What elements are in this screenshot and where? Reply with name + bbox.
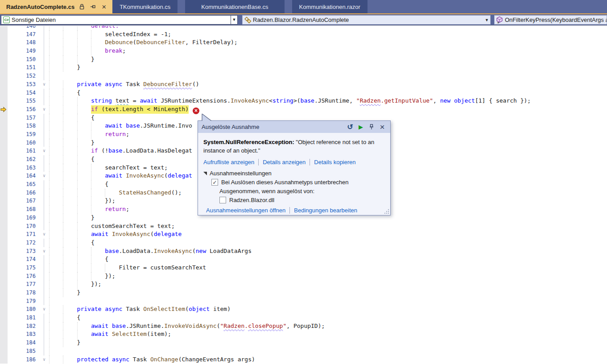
tab-tkommunikation[interactable]: TKommunikation.cs <box>112 0 178 13</box>
outline-collapse-chevron[interactable]: ∨ <box>39 356 49 364</box>
breakpoint-gutter[interactable] <box>0 297 8 306</box>
breakpoint-gutter[interactable] <box>0 230 8 239</box>
open-exception-settings-link[interactable]: Ausnahmeeinstellungen öffnen <box>206 207 285 214</box>
breakpoint-gutter[interactable] <box>0 330 8 339</box>
exception-settings-expander[interactable]: Ausnahmeeinstellungen <box>203 170 385 177</box>
chevron-down-icon[interactable]: ▼ <box>231 16 237 24</box>
pin-icon[interactable] <box>89 3 97 11</box>
breakpoint-gutter[interactable] <box>0 147 8 155</box>
breakpoint-gutter[interactable] <box>0 280 8 289</box>
breakpoint-gutter[interactable] <box>0 130 8 139</box>
breakpoint-gutter[interactable] <box>0 189 8 197</box>
breakpoint-gutter[interactable] <box>0 347 8 356</box>
close-icon[interactable]: × <box>378 123 387 132</box>
code-text[interactable]: selectedIndex = -1; <box>49 30 607 39</box>
code-text[interactable] <box>49 297 607 306</box>
breakpoint-gutter[interactable] <box>0 247 8 256</box>
breakpoint-gutter[interactable] <box>0 255 8 264</box>
chevron-down-icon[interactable]: ▼ <box>483 18 490 22</box>
breakpoint-gutter[interactable] <box>0 339 8 347</box>
outline-collapse-chevron[interactable]: ∨ <box>39 230 49 239</box>
code-text[interactable]: } <box>49 55 607 64</box>
code-text[interactable]: await InvokeAsync(delegate <box>49 230 607 239</box>
code-text[interactable]: break; <box>49 47 607 55</box>
history-icon[interactable]: ↺ <box>346 123 355 132</box>
breakpoint-gutter[interactable] <box>0 139 8 147</box>
breakpoint-gutter[interactable] <box>0 89 8 97</box>
breakpoint-gutter[interactable] <box>0 314 8 322</box>
copy-details-link[interactable]: Details kopieren <box>314 159 355 165</box>
tab-radzenautocomplete[interactable]: RadzenAutoComplete.cs × <box>0 0 112 13</box>
breakpoint-gutter[interactable] <box>0 114 8 122</box>
outline-collapse-chevron[interactable]: ∨ <box>39 247 49 256</box>
edit-conditions-link[interactable]: Bedingungen bearbeiten <box>294 207 357 214</box>
code-text[interactable]: await SelectItem(item); <box>49 330 607 339</box>
breakpoint-gutter[interactable] <box>0 272 8 281</box>
project-dropdown[interactable]: C# Sonstige Dateien ▼ <box>1 15 238 25</box>
code-text[interactable] <box>49 72 607 80</box>
outline-collapse-chevron[interactable]: ∨ <box>39 172 49 180</box>
breakpoint-gutter[interactable] <box>0 30 8 39</box>
code-text[interactable]: private async Task OnSelectItem(object i… <box>49 305 607 314</box>
breakpoint-gutter[interactable] <box>0 172 8 180</box>
code-text[interactable]: { <box>49 89 607 97</box>
code-text[interactable]: if (text.Length < MinLength)× <box>49 105 607 114</box>
code-text[interactable]: } <box>49 289 607 297</box>
code-text[interactable]: } <box>49 339 607 347</box>
pin-icon[interactable] <box>367 123 376 132</box>
code-text[interactable]: customSearchText = text; <box>49 222 607 231</box>
member-dropdown[interactable]: ★ OnFilterKeyPress(KeyboardEventArgs arg… <box>494 15 607 25</box>
code-text[interactable]: }); <box>49 280 607 289</box>
resize-grip[interactable] <box>384 208 389 214</box>
outline-collapse-chevron[interactable]: ∨ <box>39 80 49 89</box>
exception-thrown-icon[interactable]: × <box>193 108 199 114</box>
type-dropdown[interactable]: Radzen.Blazor.RadzenAutoComplete ▼ <box>242 15 491 25</box>
breakpoint-gutter[interactable] <box>0 264 8 272</box>
breakpoint-gutter[interactable] <box>0 155 8 164</box>
code-text[interactable]: { <box>49 314 607 322</box>
outline-collapse-chevron[interactable]: ∨ <box>39 105 49 114</box>
code-text[interactable]: }); <box>49 272 607 281</box>
breakpoint-gutter[interactable] <box>0 289 8 297</box>
code-text[interactable]: await base.JSRuntime.InvokeVoidAsync("Ra… <box>49 322 607 331</box>
breakpoint-gutter[interactable] <box>0 356 8 364</box>
tab-kommunikationenbase[interactable]: KommunikationenBase.cs <box>185 0 284 13</box>
breakpoint-gutter[interactable] <box>0 122 8 130</box>
code-text[interactable] <box>49 347 607 356</box>
module-exclude-checkbox[interactable] <box>219 197 226 203</box>
breakpoint-gutter[interactable] <box>0 26 8 30</box>
code-text[interactable]: base.LoadData.InvokeAsync(new LoadDataAr… <box>49 247 607 256</box>
continue-icon[interactable]: ▶ <box>356 123 365 132</box>
breakpoint-gutter[interactable] <box>0 205 8 214</box>
show-call-stack-link[interactable]: Aufrufliste anzeigen <box>203 159 254 165</box>
breakpoint-gutter[interactable] <box>0 239 8 247</box>
code-text[interactable]: { <box>49 239 607 247</box>
breakpoint-gutter[interactable] <box>0 164 8 172</box>
breakpoint-gutter[interactable] <box>0 322 8 331</box>
code-text[interactable]: protected async Task OnChange(ChangeEven… <box>49 356 607 364</box>
breakpoint-gutter[interactable] <box>0 305 8 314</box>
breakpoint-gutter[interactable] <box>0 180 8 189</box>
close-tab-icon[interactable]: × <box>100 3 108 11</box>
breakpoint-gutter[interactable] <box>0 38 8 47</box>
code-text[interactable]: } <box>49 63 607 72</box>
outline-collapse-chevron[interactable]: ∨ <box>39 147 49 155</box>
code-text[interactable]: private async Task DebounceFilter() <box>49 80 607 89</box>
breakpoint-gutter[interactable] <box>0 222 8 231</box>
breakpoint-gutter[interactable] <box>0 63 8 72</box>
code-text[interactable]: default: <box>49 26 607 30</box>
code-text[interactable]: Filter = customSearchText <box>49 264 607 272</box>
breakpoint-gutter[interactable] <box>0 105 8 114</box>
code-text[interactable]: { <box>49 255 607 264</box>
code-text[interactable]: string text = await JSRuntimeExtensions.… <box>49 97 607 105</box>
breakpoint-gutter[interactable] <box>0 47 8 55</box>
tab-kommunikationen-razor[interactable]: Kommunikationen.razor <box>292 0 368 13</box>
breakpoint-gutter[interactable] <box>0 80 8 89</box>
outline-collapse-chevron[interactable]: ∨ <box>39 305 49 314</box>
breakpoint-gutter[interactable] <box>0 197 8 205</box>
breakpoint-gutter[interactable] <box>0 97 8 105</box>
breakpoint-gutter[interactable] <box>0 55 8 64</box>
code-text[interactable]: Debounce(DebounceFilter, FilterDelay); <box>49 38 607 47</box>
view-details-link[interactable]: Details anzeigen <box>263 159 306 165</box>
breakpoint-gutter[interactable] <box>0 214 8 222</box>
